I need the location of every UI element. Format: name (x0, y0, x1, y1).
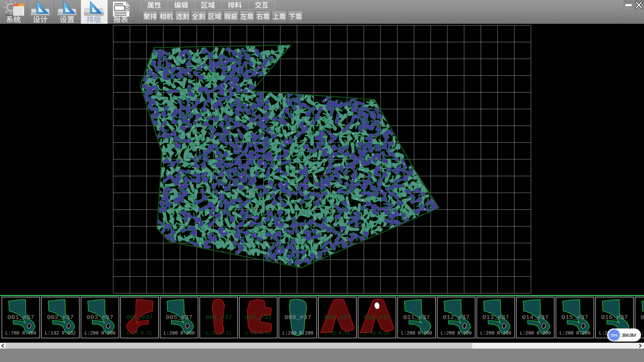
svg-text:010_#37: 010_#37 (364, 314, 390, 321)
svg-text:009_#37: 009_#37 (324, 314, 351, 321)
svg-text:L:200 R:200: L:200 R:200 (441, 330, 472, 336)
svg-text:016_#37: 016_#37 (601, 314, 628, 321)
svg-text:006_#37: 006_#37 (205, 314, 232, 321)
svg-text:007_#37: 007_#37 (245, 314, 272, 321)
svg-text:L:32 R:31: L:32 R:31 (325, 330, 350, 336)
svg-text:L:200 R:200: L:200 R:200 (85, 330, 115, 336)
svg-text:004_#37: 004_#37 (126, 314, 153, 321)
svg-text:001_#37: 001_#37 (7, 314, 34, 321)
svg-text:L:200 R:200: L:200 R:200 (401, 330, 432, 336)
svg-text:017_#37: 017_#37 (641, 314, 644, 321)
svg-text:L:132 R:132: L:132 R:132 (45, 330, 76, 336)
svg-text:L:200 R:200: L:200 R:200 (164, 330, 195, 336)
svg-text:L:33 R:33: L:33 R:33 (364, 330, 390, 336)
svg-text:015_#37: 015_#37 (561, 314, 588, 321)
svg-text:014_#37: 014_#37 (522, 314, 549, 321)
svg-text:38%: 38% (610, 333, 618, 337)
svg-text:012_#37: 012_#37 (443, 314, 470, 321)
svg-text:L:700 R:700: L:700 R:700 (5, 330, 36, 336)
svg-text:003_#37: 003_#37 (87, 314, 113, 321)
svg-text:L:200 R:200: L:200 R:200 (520, 330, 551, 336)
svg-text:005_#37: 005_#37 (166, 314, 193, 321)
svg-text:011_#37: 011_#37 (403, 314, 430, 321)
svg-text:L:31 R:31: L:31 R:31 (246, 330, 271, 336)
svg-text:013_#37: 013_#37 (482, 314, 509, 321)
svg-text:L:31 R:31: L:31 R:31 (127, 330, 152, 336)
svg-text:L:200 R:200: L:200 R:200 (282, 330, 313, 336)
svg-text:L:21 R:21: L:21 R:21 (206, 330, 231, 336)
svg-text:384.8M: 384.8M (622, 332, 636, 338)
svg-text:L:200 R:200: L:200 R:200 (480, 330, 511, 336)
svg-text:L:200 R:200: L:200 R:200 (559, 330, 590, 336)
svg-text:002_#37: 002_#37 (47, 314, 74, 321)
svg-text:008_#37: 008_#37 (284, 314, 311, 321)
